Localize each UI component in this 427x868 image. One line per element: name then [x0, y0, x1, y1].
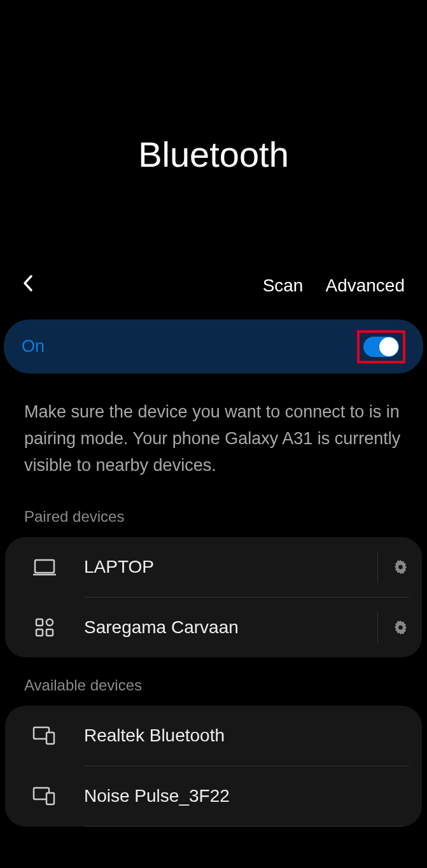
- available-devices-header: Available devices: [0, 676, 427, 706]
- svg-point-7: [398, 625, 403, 629]
- svg-rect-0: [35, 560, 54, 573]
- device-name-label: Realtek Bluetooth: [84, 725, 409, 746]
- bluetooth-toggle-switch[interactable]: [363, 337, 399, 357]
- devices-icon: [32, 783, 57, 809]
- toggle-label: On: [22, 337, 357, 356]
- gear-icon: [392, 619, 409, 636]
- device-settings-button[interactable]: [377, 612, 409, 643]
- device-name-label: Saregama Carvaan: [84, 617, 377, 638]
- toggle-knob: [379, 337, 398, 356]
- page-title: Bluetooth: [0, 0, 427, 274]
- devices-icon: [32, 723, 57, 748]
- action-bar: Scan Advanced: [0, 274, 427, 297]
- toggle-highlight: [357, 330, 405, 363]
- back-button[interactable]: [22, 274, 34, 297]
- svg-rect-4: [46, 619, 53, 626]
- svg-rect-6: [46, 629, 53, 636]
- scan-button[interactable]: Scan: [263, 276, 304, 296]
- gear-icon: [392, 558, 409, 576]
- svg-rect-11: [46, 793, 54, 804]
- available-devices-card: Realtek Bluetooth Noise Pulse_3F22: [5, 706, 422, 827]
- svg-point-2: [398, 564, 403, 569]
- paired-devices-header: Paired devices: [0, 508, 427, 537]
- device-row[interactable]: LAPTOP: [5, 537, 422, 597]
- device-name-label: LAPTOP: [84, 557, 377, 577]
- grid-icon: [32, 615, 57, 640]
- svg-rect-9: [46, 732, 54, 744]
- chevron-left-icon: [22, 274, 34, 293]
- bluetooth-toggle-card[interactable]: On: [4, 319, 423, 374]
- svg-rect-3: [36, 619, 43, 626]
- device-settings-button[interactable]: [377, 551, 409, 583]
- svg-rect-5: [36, 629, 43, 636]
- device-row[interactable]: Saregama Carvaan: [5, 598, 422, 657]
- device-row[interactable]: Noise Pulse_3F22: [5, 766, 422, 826]
- device-row[interactable]: Realtek Bluetooth: [5, 706, 422, 766]
- visibility-description: Make sure the device you want to connect…: [0, 374, 427, 508]
- laptop-icon: [32, 554, 57, 580]
- divider: [85, 826, 409, 827]
- advanced-button[interactable]: Advanced: [325, 276, 405, 296]
- paired-devices-card: LAPTOP Saregama Carvaan: [5, 537, 422, 657]
- device-name-label: Noise Pulse_3F22: [84, 786, 409, 806]
